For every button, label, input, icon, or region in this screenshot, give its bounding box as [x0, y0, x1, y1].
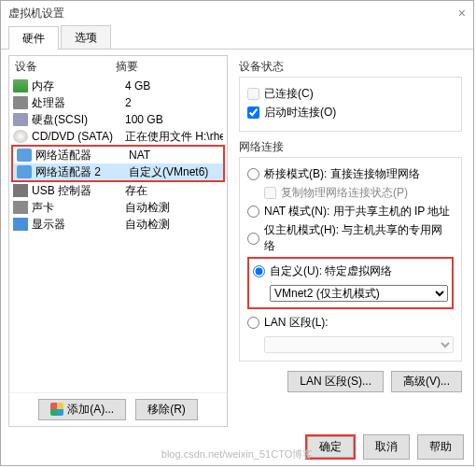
- network-adapter-highlight: 网络适配器 NAT 网络适配器 2 自定义(VMnet6): [11, 145, 225, 182]
- dialog-title: 虚拟机设置: [8, 1, 64, 25]
- tab-hardware[interactable]: 硬件: [8, 26, 59, 50]
- custom-vmnet-select[interactable]: VMnet2 (仅主机模式): [270, 285, 448, 302]
- device-row[interactable]: 硬盘(SCSI) 100 GB: [9, 111, 227, 128]
- help-button[interactable]: 帮助: [417, 434, 464, 460]
- device-name: 显示器: [32, 217, 125, 233]
- device-summary: 存在: [125, 183, 223, 199]
- device-summary: 自定义(VMnet6): [129, 164, 219, 180]
- device-icon: [13, 113, 28, 126]
- connected-checkbox[interactable]: 已连接(C): [247, 86, 454, 102]
- device-icon: [13, 96, 28, 109]
- device-detail-panel: 设备状态 已连接(C) 启动时连接(O) 网络连接 桥接模式(B): 直接连接物…: [228, 55, 466, 423]
- device-summary: 正在使用文件 H:\rhel-server-7.6-...: [125, 129, 223, 145]
- close-icon[interactable]: ×: [458, 1, 466, 25]
- radio-bridged[interactable]: 桥接模式(B): 直接连接物理网络: [247, 166, 454, 182]
- radio-lan-segment[interactable]: LAN 区段(L):: [247, 315, 454, 331]
- tab-options[interactable]: 选项: [61, 25, 111, 49]
- radio-hostonly[interactable]: 仅主机模式(H): 与主机共享的专用网络: [247, 222, 454, 254]
- watermark-text: blog.csdn.net/weixin_51CTO博客: [161, 447, 313, 461]
- device-status-title: 设备状态: [239, 59, 462, 75]
- device-rows: 内存 4 GB 处理器 2 硬盘(SCSI) 100 GB CD/DVD (SA…: [9, 78, 227, 392]
- device-icon: [13, 79, 28, 92]
- titlebar: 虚拟机设置 ×: [1, 1, 473, 25]
- device-summary: NAT: [129, 149, 219, 162]
- device-name: 内存: [32, 78, 125, 94]
- device-summary: 4 GB: [125, 79, 223, 92]
- device-name: USB 控制器: [32, 183, 125, 199]
- device-name: 网络适配器: [35, 148, 129, 163]
- tab-strip: 硬件 选项: [1, 25, 473, 50]
- col-device: 设备: [15, 59, 116, 75]
- ok-highlight: 确定: [305, 434, 356, 460]
- device-summary: 100 GB: [125, 113, 223, 126]
- radio-nat[interactable]: NAT 模式(N): 用于共享主机的 IP 地址: [247, 204, 454, 220]
- device-icon: [13, 184, 28, 197]
- replicate-checkbox: 复制物理网络连接状态(P): [264, 185, 454, 201]
- device-list-panel: 设备 摘要 内存 4 GB 处理器 2 硬盘(SCSI) 100 GB CD/D…: [8, 55, 228, 427]
- col-summary: 摘要: [116, 59, 138, 75]
- lan-segments-button[interactable]: LAN 区段(S)...: [287, 371, 384, 392]
- device-icon: [17, 165, 32, 178]
- device-summary: 自动检测: [125, 217, 223, 233]
- device-summary: 自动检测: [125, 200, 223, 216]
- device-row[interactable]: 声卡 自动检测: [9, 199, 227, 216]
- shield-icon: [50, 403, 63, 416]
- device-row[interactable]: USB 控制器 存在: [9, 182, 227, 199]
- device-row[interactable]: 内存 4 GB: [9, 78, 227, 94]
- connect-at-poweron-checkbox[interactable]: 启动时连接(O): [247, 105, 454, 121]
- network-connection-group: 桥接模式(B): 直接连接物理网络 复制物理网络连接状态(P) NAT 模式(N…: [239, 157, 462, 362]
- device-icon: [13, 201, 28, 214]
- lan-segment-select: [264, 336, 454, 353]
- device-name: 硬盘(SCSI): [32, 112, 125, 128]
- ok-button[interactable]: 确定: [307, 436, 354, 458]
- device-row[interactable]: CD/DVD (SATA) 正在使用文件 H:\rhel-server-7.6-…: [9, 128, 227, 145]
- dialog-footer: 确定 取消 帮助: [305, 434, 464, 460]
- device-row[interactable]: 处理器 2: [9, 94, 227, 111]
- cancel-button[interactable]: 取消: [363, 434, 410, 460]
- add-device-button[interactable]: 添加(A)...: [38, 399, 126, 420]
- device-summary: 2: [125, 96, 223, 109]
- network-connection-title: 网络连接: [239, 139, 462, 155]
- device-name: CD/DVD (SATA): [32, 130, 125, 143]
- device-row[interactable]: 网络适配器 2 自定义(VMnet6): [13, 163, 223, 180]
- advanced-button[interactable]: 高级(V)...: [391, 371, 462, 392]
- device-icon: [13, 130, 28, 143]
- device-status-group: 已连接(C) 启动时连接(O): [239, 77, 462, 132]
- device-row[interactable]: 网络适配器 NAT: [13, 147, 223, 163]
- vm-settings-dialog: 虚拟机设置 × 硬件 选项 设备 摘要 内存 4 GB 处理器 2 硬盘(SCS…: [0, 0, 474, 466]
- radio-custom[interactable]: 自定义(U): 特定虚拟网络: [253, 263, 448, 279]
- device-icon: [13, 218, 28, 231]
- device-name: 网络适配器 2: [35, 164, 129, 180]
- remove-device-button[interactable]: 移除(R): [135, 399, 198, 420]
- device-name: 声卡: [32, 200, 125, 216]
- device-row[interactable]: 显示器 自动检测: [9, 216, 227, 233]
- device-icon: [17, 149, 32, 162]
- device-name: 处理器: [32, 95, 125, 111]
- device-list-header: 设备 摘要: [9, 56, 227, 78]
- custom-network-highlight: 自定义(U): 特定虚拟网络 VMnet2 (仅主机模式): [247, 257, 454, 309]
